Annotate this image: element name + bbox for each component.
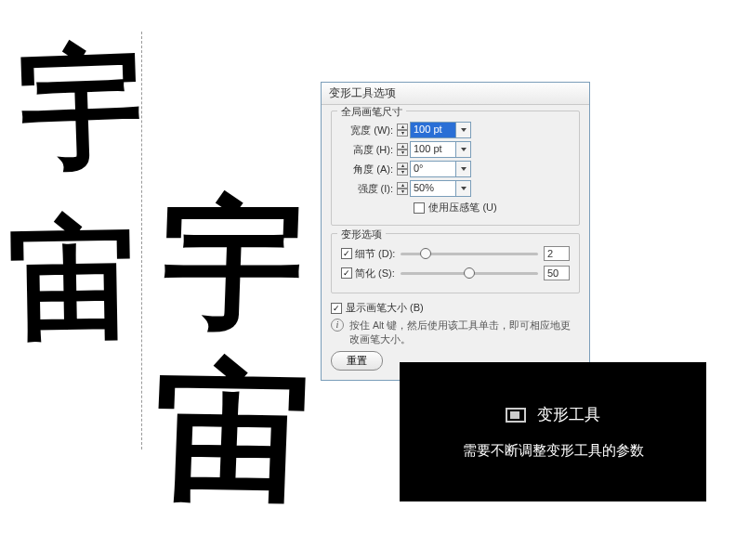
chevron-down-icon <box>461 148 467 151</box>
info-icon: i <box>331 319 344 332</box>
calligraphy-char-1-right: 宇 <box>160 195 307 334</box>
angle-stepper[interactable]: ▴ ▾ <box>397 163 408 176</box>
spinner-down-icon[interactable]: ▾ <box>397 189 408 195</box>
chevron-down-icon <box>461 128 467 132</box>
chevron-down-icon <box>461 187 467 190</box>
simplify-value[interactable]: 50 <box>544 266 570 280</box>
calligraphy-char-2-right: 宙 <box>151 358 313 509</box>
detail-checkbox[interactable]: ✓ <box>341 248 352 259</box>
calligraphy-char-1-left: 宇 <box>18 43 146 177</box>
warp-tool-icon <box>506 408 526 423</box>
intensity-input[interactable]: 50% <box>410 180 456 197</box>
warp-tool-options-dialog: 变形工具选项 全局画笔尺寸 宽度 (W): ▴ ▾ 100 pt 高度 (H):… <box>321 82 590 381</box>
detail-value[interactable]: 2 <box>544 246 570 261</box>
pressure-pen-label: 使用压感笔 (U) <box>428 201 496 215</box>
reset-button[interactable]: 重置 <box>331 351 383 371</box>
angle-dropdown-button[interactable] <box>456 161 471 177</box>
height-dropdown-button[interactable] <box>456 141 471 158</box>
spinner-down-icon[interactable]: ▾ <box>397 150 408 156</box>
dialog-title: 变形工具选项 <box>322 83 589 105</box>
tip-title-text: 变形工具 <box>537 404 600 425</box>
width-stepper[interactable]: ▴ ▾ <box>397 124 408 137</box>
angle-input[interactable]: 0° <box>410 161 456 177</box>
warp-options-legend: 变形选项 <box>337 228 386 241</box>
detail-label: 细节 (D): <box>355 247 395 261</box>
simplify-checkbox[interactable]: ✓ <box>341 267 352 279</box>
slider-thumb-icon[interactable] <box>420 248 431 259</box>
width-dropdown-button[interactable] <box>456 122 471 138</box>
intensity-stepper[interactable]: ▴ ▾ <box>397 182 408 195</box>
calligraphy-char-2-left: 宙 <box>7 215 138 346</box>
show-brush-size-label: 显示画笔大小 (B) <box>346 301 424 315</box>
width-input[interactable]: 100 pt <box>410 122 456 138</box>
spinner-up-icon[interactable]: ▴ <box>397 163 408 169</box>
warp-options-group: 变形选项 ✓ 细节 (D): 2 ✓ 简化 (S): <box>331 233 580 293</box>
height-input[interactable]: 100 pt <box>410 141 456 158</box>
height-label: 高度 (H): <box>341 143 397 157</box>
brush-size-legend: 全局画笔尺寸 <box>337 105 406 119</box>
spinner-down-icon[interactable]: ▾ <box>397 169 408 176</box>
spinner-up-icon[interactable]: ▴ <box>397 182 408 189</box>
intensity-dropdown-button[interactable] <box>456 180 471 197</box>
intensity-label: 强度 (I): <box>341 182 397 196</box>
show-brush-size-checkbox[interactable]: ✓ <box>331 303 342 314</box>
tip-body-text: 需要不断调整变形工具的参数 <box>463 442 644 460</box>
simplify-label: 简化 (S): <box>355 267 395 280</box>
spinner-up-icon[interactable]: ▴ <box>397 124 408 130</box>
angle-label: 角度 (A): <box>341 163 397 176</box>
detail-slider[interactable] <box>401 253 538 255</box>
spinner-down-icon[interactable]: ▾ <box>397 130 408 137</box>
slider-thumb-icon[interactable] <box>464 267 475 279</box>
height-stepper[interactable]: ▴ ▾ <box>397 143 408 156</box>
info-text: 按住 Alt 键，然后使用该工具单击，即可相应地更改画笔大小。 <box>349 319 580 345</box>
tip-panel: 变形工具 需要不断调整变形工具的参数 <box>400 362 706 501</box>
pressure-pen-checkbox[interactable] <box>414 202 425 214</box>
spinner-up-icon[interactable]: ▴ <box>397 143 408 150</box>
global-brush-size-group: 全局画笔尺寸 宽度 (W): ▴ ▾ 100 pt 高度 (H): ▴ ▾ <box>331 111 580 226</box>
chevron-down-icon <box>461 167 467 171</box>
width-label: 宽度 (W): <box>341 124 397 137</box>
simplify-slider[interactable] <box>401 272 538 275</box>
